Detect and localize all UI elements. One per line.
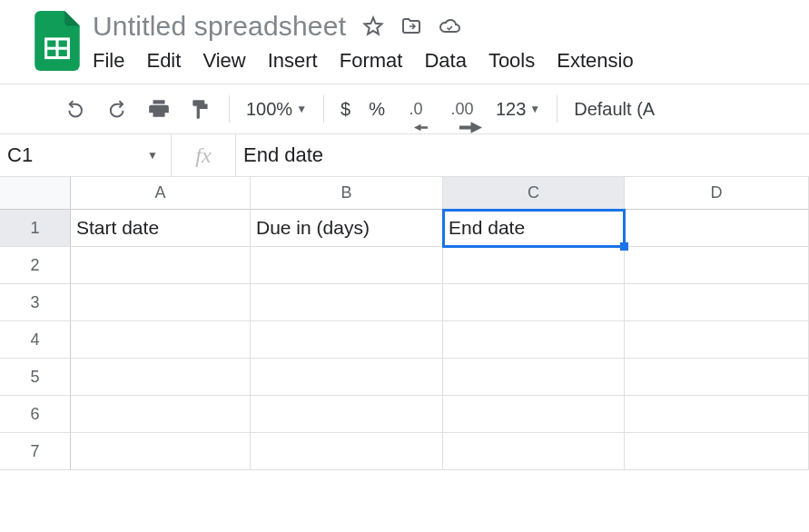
star-icon[interactable] (362, 15, 384, 37)
caret-down-icon: ▼ (529, 103, 540, 115)
column-headers: A B C D (0, 177, 809, 210)
cell-A4[interactable] (71, 321, 251, 359)
cell-C5[interactable] (443, 359, 625, 396)
increase-decimal-button[interactable]: .00 (447, 97, 478, 121)
name-box-value: C1 (7, 143, 33, 167)
cell-D2[interactable] (625, 247, 809, 284)
cell-B5[interactable] (251, 359, 443, 396)
cell-A6[interactable] (71, 396, 251, 433)
menu-format[interactable]: Format (340, 49, 403, 73)
row-6: 6 (0, 396, 809, 433)
undo-icon[interactable] (64, 97, 87, 121)
name-box[interactable]: C1 ▼ (0, 134, 171, 176)
sheets-logo-icon[interactable] (35, 11, 80, 71)
zoom-value: 100% (246, 99, 292, 120)
format-currency-button[interactable]: $ (340, 99, 350, 120)
cell-B1[interactable]: Due in (days) (251, 210, 443, 247)
menu-insert[interactable]: Insert (268, 49, 318, 73)
cell-B4[interactable] (251, 321, 443, 359)
column-header-C[interactable]: C (443, 177, 625, 210)
move-to-folder-icon[interactable] (400, 15, 422, 37)
cell-D1[interactable] (625, 210, 809, 247)
redo-icon[interactable] (105, 97, 129, 121)
cell-D5[interactable] (625, 359, 809, 396)
cell-C6[interactable] (443, 396, 625, 433)
font-dropdown[interactable]: Default (A (574, 99, 655, 120)
column-header-A[interactable]: A (71, 177, 251, 210)
format-percent-button[interactable]: % (369, 99, 385, 120)
decrease-decimal-button[interactable]: .0 (403, 97, 429, 121)
cell-A7[interactable] (71, 433, 251, 470)
cell-A1[interactable]: Start date (71, 210, 251, 247)
cell-A3[interactable] (71, 284, 251, 321)
menubar: File Edit View Insert Format Data Tools … (93, 47, 634, 73)
increase-decimal-label: .00 (450, 100, 473, 118)
row-4: 4 (0, 321, 809, 359)
cell-C1[interactable]: End date (443, 210, 625, 247)
menu-tools[interactable]: Tools (488, 49, 535, 73)
cell-C4[interactable] (443, 321, 625, 359)
font-label: Default (A (574, 99, 655, 120)
toolbar-group-history (47, 97, 229, 121)
row-header-3[interactable]: 3 (0, 284, 71, 321)
cell-D3[interactable] (625, 284, 809, 321)
caret-down-icon: ▼ (147, 149, 158, 162)
cell-C2[interactable] (443, 247, 625, 284)
toolbar: 100% ▼ $ % .0 .00 123 ▼ Default (A (0, 84, 809, 133)
toolbar-group-zoom: 100% ▼ (230, 99, 323, 120)
document-title[interactable]: Untitled spreadsheet (93, 11, 346, 42)
cell-C7[interactable] (443, 433, 625, 470)
cell-B6[interactable] (251, 396, 443, 433)
cloud-status-icon[interactable] (439, 15, 460, 37)
cell-D7[interactable] (625, 433, 809, 470)
more-formats-dropdown[interactable]: 123 ▼ (496, 99, 540, 120)
menu-view[interactable]: View (202, 49, 245, 73)
row-header-4[interactable]: 4 (0, 321, 71, 359)
cell-D4[interactable] (625, 321, 809, 359)
row-2: 2 (0, 247, 809, 284)
fx-label: fx (172, 143, 235, 168)
toolbar-group-font: Default (A (557, 99, 671, 120)
spreadsheet-grid: A B C D 1 Start date Due in (days) End d… (0, 177, 809, 470)
row-3: 3 (0, 284, 809, 321)
cell-A5[interactable] (71, 359, 251, 396)
more-formats-label: 123 (496, 99, 526, 120)
print-icon[interactable] (147, 97, 171, 121)
row-1: 1 Start date Due in (days) End date (0, 210, 809, 247)
title-row: Untitled spreadsheet (93, 11, 634, 42)
row-7: 7 (0, 433, 809, 470)
row-header-2[interactable]: 2 (0, 247, 71, 284)
cell-B3[interactable] (251, 284, 443, 321)
cell-C3[interactable] (443, 284, 625, 321)
column-header-D[interactable]: D (625, 177, 809, 210)
zoom-dropdown[interactable]: 100% ▼ (246, 99, 307, 120)
row-header-6[interactable]: 6 (0, 396, 71, 433)
menu-edit[interactable]: Edit (146, 49, 181, 73)
paint-format-icon[interactable] (189, 97, 212, 121)
cell-B7[interactable] (251, 433, 443, 470)
menu-extensions[interactable]: Extensio (557, 49, 633, 73)
menu-file[interactable]: File (93, 49, 124, 73)
header: Untitled spreadsheet File Edit View Inse… (0, 0, 809, 73)
menu-data[interactable]: Data (424, 49, 466, 73)
cell-A2[interactable] (71, 247, 251, 284)
formula-input[interactable] (236, 134, 809, 176)
column-header-B[interactable]: B (251, 177, 443, 210)
row-header-1[interactable]: 1 (0, 210, 71, 247)
caret-down-icon: ▼ (296, 103, 307, 115)
formula-bar: C1 ▼ fx (0, 133, 809, 177)
toolbar-group-number: $ % .0 .00 123 ▼ (324, 97, 557, 121)
row-header-7[interactable]: 7 (0, 433, 71, 470)
select-all-corner[interactable] (0, 177, 71, 210)
row-5: 5 (0, 359, 809, 396)
title-area: Untitled spreadsheet File Edit View Inse… (93, 7, 634, 73)
decrease-decimal-label: .0 (409, 100, 422, 118)
cell-D6[interactable] (625, 396, 809, 433)
row-header-5[interactable]: 5 (0, 359, 71, 396)
cell-B2[interactable] (251, 247, 443, 284)
